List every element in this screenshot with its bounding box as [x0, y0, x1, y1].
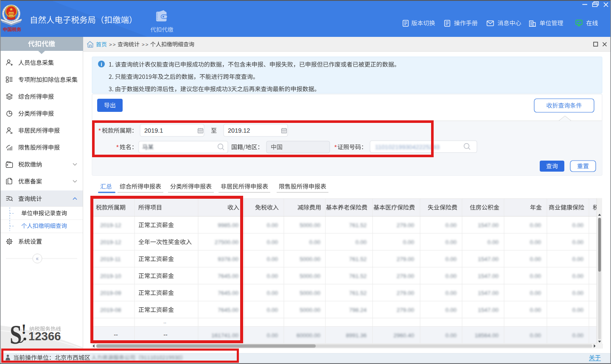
svg-text:>>: >> [109, 42, 116, 47]
svg-text:5000.00: 5000.00 [300, 290, 320, 296]
svg-text:9985.00: 9985.00 [218, 222, 238, 228]
svg-text:1101021993042225293: 1101021993042225293 [375, 144, 440, 150]
svg-text:0.00: 0.00 [530, 273, 541, 279]
svg-text:!: ! [22, 321, 26, 337]
svg-text:0.00: 0.00 [572, 307, 583, 313]
svg-text:5000.00: 5000.00 [300, 222, 320, 228]
svg-text:0.00: 0.00 [309, 239, 320, 245]
svg-text:S: S [10, 320, 22, 350]
svg-text:2019-11: 2019-11 [100, 256, 121, 262]
svg-text:0.00: 0.00 [267, 290, 278, 296]
svg-text:1547.00: 1547.00 [478, 222, 499, 228]
svg-text:*: * [98, 127, 101, 134]
svg-text:2019-12: 2019-12 [100, 239, 121, 245]
svg-text:2019-08: 2019-08 [100, 307, 121, 313]
svg-text:0.00: 0.00 [446, 222, 457, 228]
svg-text:0.00: 0.00 [403, 239, 414, 245]
svg-text:761.52: 761.52 [349, 222, 367, 228]
svg-text:7645.00: 7645.00 [218, 307, 238, 313]
svg-text:--: -- [114, 331, 118, 338]
svg-text:2019.12: 2019.12 [228, 127, 250, 134]
svg-text:279.00: 279.00 [397, 256, 414, 262]
svg-text:2019-12: 2019-12 [100, 222, 121, 228]
svg-text:0.00: 0.00 [572, 222, 583, 228]
svg-text:2960.40: 2960.40 [393, 332, 414, 339]
svg-text:0.00: 0.00 [267, 273, 278, 279]
svg-text:8991.36: 8991.36 [346, 332, 367, 339]
svg-text:0.00: 0.00 [267, 307, 278, 313]
svg-text:2019-10: 2019-10 [100, 273, 121, 279]
svg-text:--: -- [163, 331, 168, 338]
svg-text:1547.00: 1547.00 [478, 307, 499, 313]
svg-text:0.00: 0.00 [356, 239, 367, 245]
svg-text:27500.00: 27500.00 [215, 239, 238, 245]
svg-text:60000.00: 60000.00 [297, 332, 320, 339]
svg-text:0.00: 0.00 [267, 222, 278, 228]
svg-text:12366: 12366 [28, 330, 61, 343]
svg-text:>>: >> [142, 42, 149, 47]
svg-text:1547.00: 1547.00 [478, 273, 499, 279]
svg-text:0.00: 0.00 [572, 332, 583, 339]
svg-text:161741.00: 161741.00 [211, 332, 238, 339]
svg-text:0.00: 0.00 [572, 290, 583, 296]
svg-text:0.00: 0.00 [488, 239, 499, 245]
svg-text:7645.00: 7645.00 [218, 290, 238, 296]
svg-text:0.00: 0.00 [446, 332, 457, 339]
svg-text:9378.00: 9378.00 [218, 256, 238, 262]
svg-text:18564.00: 18564.00 [475, 332, 499, 339]
svg-text:279.00: 279.00 [397, 273, 414, 279]
svg-text:*: * [116, 143, 119, 150]
svg-text:0.00: 0.00 [530, 332, 541, 339]
svg-text:1547.00: 1547.00 [478, 256, 499, 262]
svg-text:7645.00: 7645.00 [218, 273, 238, 279]
svg-text:0.00: 0.00 [530, 290, 541, 296]
svg-text:0.00: 0.00 [530, 307, 541, 313]
svg-text:0.00: 0.00 [530, 256, 541, 262]
svg-text:5000.00: 5000.00 [300, 273, 320, 279]
svg-text:279.00: 279.00 [397, 222, 414, 228]
svg-text:1547.00: 1547.00 [478, 290, 499, 296]
svg-text:0.00: 0.00 [267, 239, 278, 245]
svg-text:5000.00: 5000.00 [300, 256, 320, 262]
svg-text:0.00: 0.00 [446, 290, 457, 296]
svg-text:i: i [101, 61, 102, 67]
svg-text:279.00: 279.00 [397, 307, 414, 313]
svg-text:..: .. [163, 318, 166, 325]
svg-text:0.00: 0.00 [446, 239, 457, 245]
svg-text:0.00: 0.00 [530, 222, 541, 228]
svg-text:279.00: 279.00 [397, 290, 414, 296]
svg-text:0.00: 0.00 [267, 256, 278, 262]
svg-text:0.00: 0.00 [267, 332, 278, 339]
svg-text:0.00: 0.00 [530, 239, 541, 245]
svg-text:0.00: 0.00 [572, 256, 583, 262]
svg-text:0.00: 0.00 [572, 239, 583, 245]
svg-text:761.52: 761.52 [349, 273, 367, 279]
svg-text:0.00: 0.00 [446, 273, 457, 279]
svg-text:761.52: 761.52 [349, 256, 367, 262]
svg-text:0.00: 0.00 [446, 256, 457, 262]
svg-text:0.00: 0.00 [572, 273, 583, 279]
svg-text:2019-09: 2019-09 [100, 290, 121, 296]
svg-text:*: * [334, 143, 337, 150]
svg-text:761.52: 761.52 [349, 290, 367, 296]
svg-text:2019.1: 2019.1 [144, 127, 163, 134]
svg-text:798.24: 798.24 [349, 307, 367, 313]
svg-text:5000.00: 5000.00 [300, 307, 320, 313]
svg-text:0.00: 0.00 [446, 307, 457, 313]
